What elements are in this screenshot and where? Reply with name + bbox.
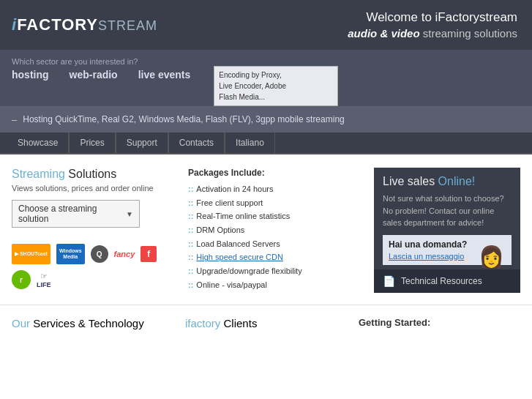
package-item-8: ::Online - visa/paypal <box>188 278 355 292</box>
clients-title-ifactory: ifactory <box>185 317 220 329</box>
live-sales-desc: Not sure what solution to choose? No pro… <box>383 193 512 229</box>
sector-links: hosting web-radio live events Encoding b… <box>12 69 520 106</box>
right-column: Live sales Online! Not sure what solutio… <box>374 168 520 293</box>
online-label: Online! <box>438 175 476 187</box>
dropdown-label: Choose a streaming solution <box>18 204 126 224</box>
logo-real: r <box>12 270 31 289</box>
streaming-title: Streaming Solutions <box>12 168 169 181</box>
subtitle-bold: audio & video <box>348 27 419 40</box>
clients-title-rest: Clients <box>220 317 257 329</box>
logo-quicktime: Q <box>91 245 108 263</box>
logo-windows-media: Windows Media <box>56 244 85 264</box>
streaming-solution-dropdown[interactable]: Choose a streaming solution ▼ <box>12 200 140 228</box>
sector-link-hosting[interactable]: hosting <box>12 69 49 85</box>
main-nav: Showcase Prices Support Contacts Italian… <box>0 133 532 154</box>
nav-prices[interactable]: Prices <box>69 133 115 153</box>
middle-column: Packages Include: ::Activation in 24 hou… <box>181 168 362 293</box>
clients-title: ifactory Clients <box>185 317 347 329</box>
logo-fancybox: fancy <box>114 250 135 258</box>
bullet-icon: :: <box>188 278 193 292</box>
getting-started-title: Getting Started: <box>359 317 520 328</box>
header-subtitle: audio & video streaming solutions <box>348 27 517 40</box>
live-sales-header: Live sales Online! Not sure what solutio… <box>374 168 520 269</box>
package-item-7: ::Upgrade/downgrade flexibility <box>188 264 355 278</box>
left-column: Streaming Solutions Views solutions, pri… <box>12 168 169 293</box>
nav-italiano[interactable]: Italiano <box>225 133 275 153</box>
package-item-6: ::High speed secure CDN <box>188 250 355 264</box>
services-title: Our Services & Technology <box>12 317 173 329</box>
header: iFACTORYSTREAM Welcome to iFactorystream… <box>0 0 532 50</box>
package-item-5: ::Load Balanced Servers <box>188 237 355 251</box>
bullet-icon: :: <box>188 237 193 251</box>
package-item-4: ::DRM Options <box>188 223 355 237</box>
content-area: Streaming Solutions Views solutions, pri… <box>0 154 532 293</box>
partner-logos: ▶ SHOUTcast Windows Media Q fancy f r ☞ … <box>12 244 169 289</box>
services-col: Our Services & Technology <box>12 317 173 332</box>
nav-contacts[interactable]: Contacts <box>168 133 225 153</box>
package-item-2: ::Free client support <box>188 196 355 210</box>
sector-dropdown[interactable]: Encoding by Proxy,Live Encoder, AdobeFla… <box>214 66 338 106</box>
live-sales-box: Live sales Online! Not sure what solutio… <box>374 168 520 293</box>
desc-bar: – Hosting QuickTime, Real G2, Windows Me… <box>0 106 532 133</box>
subtitle-rest: streaming solutions <box>420 27 517 40</box>
packages-title: Packages Include: <box>188 168 355 178</box>
welcome-title: Welcome to iFactorystream <box>348 10 517 25</box>
bullet-icon: :: <box>188 223 193 237</box>
bullet-icon: :: <box>188 264 193 278</box>
bullet-icon: :: <box>188 182 193 196</box>
cdn-link[interactable]: High speed secure CDN <box>196 250 283 264</box>
bullet-icon: :: <box>188 209 193 223</box>
package-item-1: ::Activation in 24 hours <box>188 182 355 196</box>
desc-text: Hosting QuickTime, Real G2, Windows Medi… <box>23 114 345 124</box>
nav-showcase[interactable]: Showcase <box>7 133 69 153</box>
sector-question: Which sector are you interested in? <box>12 57 520 66</box>
streaming-subtitle: Views solutions, prices and order online <box>12 184 169 193</box>
sector-bar: Which sector are you interested in? host… <box>0 50 532 106</box>
logo-factory: FACTORY <box>17 15 98 34</box>
streaming-title-rest: Solutions <box>65 168 116 180</box>
bullet-icon: :: <box>188 196 193 210</box>
live-sales-title: Live sales Online! <box>383 175 512 188</box>
site-logo[interactable]: iFACTORYSTREAM <box>12 15 157 34</box>
logo-shoutcast: ▶ SHOUTcast <box>12 244 50 264</box>
package-item-3: ::Real-Time online statistics <box>188 209 355 223</box>
logo-flash: f <box>141 246 157 262</box>
hai-box: 👩 Hai una domanda? Lascia un messaggio <box>383 235 512 265</box>
desc-dash: – <box>12 114 17 125</box>
logo-stream: STREAM <box>98 18 157 33</box>
bottom-section: Our Services & Technology ifactory Clien… <box>0 305 532 332</box>
services-title-our: Our <box>12 317 30 329</box>
services-title-rest: Services & Technology <box>30 317 144 329</box>
document-icon: 📄 <box>383 275 395 287</box>
header-tagline: Welcome to iFactorystream audio & video … <box>348 10 517 40</box>
logo-life: ☞ LIFE <box>37 272 51 288</box>
nav-support[interactable]: Support <box>116 133 168 153</box>
tech-resources-label: Technical Resources <box>401 276 482 286</box>
streaming-title-color: Streaming <box>12 168 65 180</box>
bullet-icon: :: <box>188 250 193 264</box>
getting-started-col: Getting Started: <box>359 317 520 332</box>
person-icon: 👩 <box>476 235 506 279</box>
chevron-down-icon: ▼ <box>126 210 133 218</box>
sector-link-liveevents[interactable]: live events <box>138 69 191 85</box>
clients-col: ifactory Clients <box>185 317 347 332</box>
live-label: Live sales <box>383 175 438 187</box>
sector-link-webradio[interactable]: web-radio <box>70 69 118 85</box>
